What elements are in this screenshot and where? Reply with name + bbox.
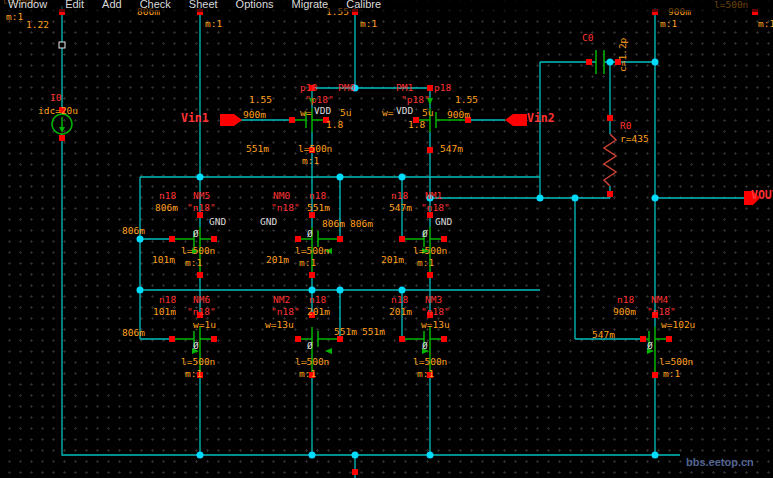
menu-calibre[interactable]: Calibre bbox=[346, 0, 381, 10]
pin-square[interactable] bbox=[309, 85, 315, 91]
junction-dot[interactable] bbox=[137, 236, 144, 243]
pin-square[interactable] bbox=[309, 147, 315, 153]
pin-square[interactable] bbox=[337, 336, 343, 342]
pin-square[interactable] bbox=[586, 59, 592, 65]
pin-square[interactable] bbox=[323, 117, 329, 123]
junction-dot[interactable] bbox=[427, 452, 434, 459]
wire[interactable] bbox=[200, 8, 655, 327]
menu-check[interactable]: Check bbox=[140, 0, 171, 10]
pmos-pm0[interactable] bbox=[292, 98, 326, 132]
resistor-r0[interactable] bbox=[604, 134, 616, 186]
junction-dot[interactable] bbox=[337, 174, 344, 181]
pin-square[interactable] bbox=[652, 312, 658, 318]
pin-square[interactable] bbox=[309, 372, 315, 378]
pin-square[interactable] bbox=[607, 191, 613, 197]
junction-dot[interactable] bbox=[572, 195, 579, 202]
junction-dot[interactable] bbox=[352, 452, 359, 459]
pin-square[interactable] bbox=[295, 336, 301, 342]
junction-dot[interactable] bbox=[399, 174, 406, 181]
pin-square[interactable] bbox=[352, 469, 358, 475]
pin-square[interactable] bbox=[441, 336, 447, 342]
menu-bar: Window Edit Add Check Sheet Options Migr… bbox=[0, 0, 773, 12]
pin-square[interactable] bbox=[211, 336, 217, 342]
nmos-nm2[interactable] bbox=[298, 327, 340, 375]
port-vin2[interactable] bbox=[505, 114, 527, 126]
pin-square[interactable] bbox=[169, 336, 175, 342]
virtuoso-schematic-window: Window Edit Add Check Sheet Options Migr… bbox=[0, 0, 773, 478]
wire[interactable] bbox=[312, 88, 430, 227]
pin-square[interactable] bbox=[413, 117, 419, 123]
junction-dot[interactable] bbox=[607, 59, 614, 66]
schematic-canvas[interactable] bbox=[0, 0, 773, 478]
wire[interactable] bbox=[62, 6, 680, 455]
nmos-nm0[interactable] bbox=[298, 227, 340, 275]
menu-options[interactable]: Options bbox=[236, 0, 274, 10]
pin-square[interactable] bbox=[197, 372, 203, 378]
pin-square[interactable] bbox=[59, 107, 65, 113]
pin-square[interactable] bbox=[652, 372, 658, 378]
pin-square[interactable] bbox=[399, 236, 405, 242]
pin-square[interactable] bbox=[309, 272, 315, 278]
junction-dot[interactable] bbox=[337, 287, 344, 294]
origin-marker bbox=[59, 42, 65, 48]
junction-dot[interactable] bbox=[197, 174, 204, 181]
pin-square[interactable] bbox=[640, 336, 646, 342]
pin-square[interactable] bbox=[211, 236, 217, 242]
junction-dot[interactable] bbox=[352, 85, 359, 92]
menu-sheet[interactable]: Sheet bbox=[189, 0, 218, 10]
pin-square[interactable] bbox=[197, 312, 203, 318]
nmos-nm3[interactable] bbox=[402, 327, 444, 375]
pin-square[interactable] bbox=[197, 272, 203, 278]
nmos-nm5[interactable] bbox=[172, 227, 214, 275]
junction-dot[interactable] bbox=[197, 452, 204, 459]
pin-square[interactable] bbox=[465, 117, 471, 123]
nmos-nm1[interactable] bbox=[402, 227, 444, 275]
pin-square[interactable] bbox=[59, 135, 65, 141]
pin-square[interactable] bbox=[666, 336, 672, 342]
nmos-nm6[interactable] bbox=[172, 327, 214, 375]
junction-dot[interactable] bbox=[652, 195, 659, 202]
menu-window[interactable]: Window bbox=[8, 0, 47, 10]
junction-dot[interactable] bbox=[309, 452, 316, 459]
pin-square[interactable] bbox=[427, 372, 433, 378]
current-source-i0[interactable] bbox=[52, 114, 72, 134]
junction-dot[interactable] bbox=[137, 287, 144, 294]
pin-square[interactable] bbox=[399, 336, 405, 342]
pin-square[interactable] bbox=[337, 236, 343, 242]
pin-square[interactable] bbox=[427, 212, 433, 218]
pin-square[interactable] bbox=[169, 236, 175, 242]
capacitor-c0[interactable] bbox=[596, 50, 604, 74]
pin-square[interactable] bbox=[441, 236, 447, 242]
junction-dot[interactable] bbox=[399, 287, 406, 294]
junction-dot[interactable] bbox=[427, 195, 434, 202]
menu-edit[interactable]: Edit bbox=[65, 0, 84, 10]
pin-square[interactable] bbox=[295, 236, 301, 242]
nmos-nm4[interactable] bbox=[643, 327, 669, 375]
menu-migrate[interactable]: Migrate bbox=[292, 0, 329, 10]
pin-square[interactable] bbox=[427, 312, 433, 318]
pin-square[interactable] bbox=[427, 272, 433, 278]
pin-square[interactable] bbox=[607, 115, 613, 121]
pin-square[interactable] bbox=[427, 147, 433, 153]
port-vin1[interactable] bbox=[220, 114, 242, 126]
junction-dot[interactable] bbox=[537, 195, 544, 202]
junction-dots[interactable] bbox=[137, 59, 659, 459]
pin-square[interactable] bbox=[197, 212, 203, 218]
pin-square[interactable] bbox=[289, 117, 295, 123]
junction-dot[interactable] bbox=[309, 287, 316, 294]
menu-add[interactable]: Add bbox=[102, 0, 122, 10]
pin-square[interactable] bbox=[427, 85, 433, 91]
pin-square[interactable] bbox=[309, 312, 315, 318]
wire[interactable] bbox=[430, 62, 744, 339]
pin-squares[interactable] bbox=[59, 9, 758, 475]
port-vout[interactable] bbox=[744, 191, 760, 205]
pin-square[interactable] bbox=[309, 212, 315, 218]
junction-dot[interactable] bbox=[652, 452, 659, 459]
pmos-pm1[interactable] bbox=[416, 98, 468, 132]
watermark: bbs.eetop.cn bbox=[686, 456, 754, 468]
junction-dot[interactable] bbox=[652, 59, 659, 66]
pin-square[interactable] bbox=[615, 59, 621, 65]
